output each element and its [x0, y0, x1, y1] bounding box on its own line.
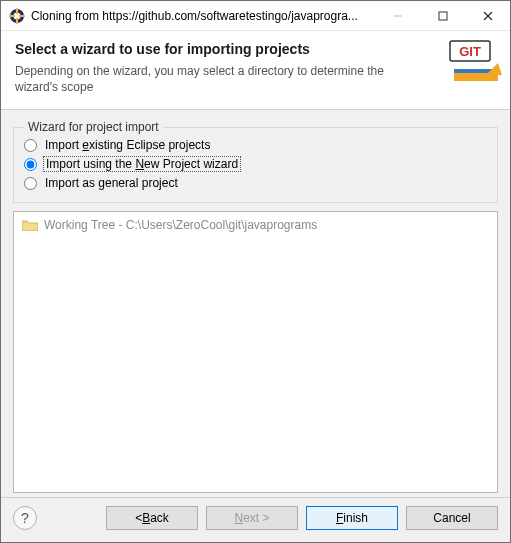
- svg-rect-2: [16, 8, 18, 14]
- radio-import-new-project-label: Import using the New Project wizard: [43, 156, 241, 172]
- next-button: Next >: [206, 506, 298, 530]
- radio-import-general-label: Import as general project: [43, 176, 180, 190]
- radio-import-existing-label: Import existing Eclipse projects: [43, 138, 212, 152]
- content-area: Wizard for project import Import existin…: [1, 110, 510, 497]
- tree-row-working-tree[interactable]: Working Tree - C:\Users\ZeroCool\git\jav…: [22, 218, 489, 232]
- wizard-subtext: Depending on the wizard, you may select …: [15, 63, 496, 95]
- back-button[interactable]: < Back: [106, 506, 198, 530]
- group-legend: Wizard for project import: [24, 120, 163, 134]
- svg-rect-3: [16, 18, 18, 24]
- cancel-button[interactable]: Cancel: [406, 506, 498, 530]
- git-banner-icon: GIT: [446, 39, 502, 91]
- help-button[interactable]: ?: [13, 506, 37, 530]
- finish-button[interactable]: Finish: [306, 506, 398, 530]
- maximize-button[interactable]: [420, 1, 465, 31]
- titlebar: Cloning from https://github.com/software…: [1, 1, 510, 31]
- app-icon: [9, 8, 25, 24]
- wizard-header: Select a wizard to use for importing pro…: [1, 31, 510, 110]
- git-banner-label: GIT: [459, 44, 481, 59]
- radio-import-existing-input[interactable]: [24, 139, 37, 152]
- wizard-heading: Select a wizard to use for importing pro…: [15, 41, 496, 57]
- svg-rect-4: [9, 15, 15, 17]
- wizard-import-group: Wizard for project import Import existin…: [13, 120, 498, 203]
- close-button[interactable]: [465, 1, 510, 31]
- dialog-window: Cloning from https://github.com/software…: [0, 0, 511, 543]
- folder-icon: [22, 219, 38, 231]
- minimize-button[interactable]: [375, 1, 420, 31]
- window-title: Cloning from https://github.com/software…: [31, 9, 375, 23]
- button-bar: ? < Back Next > Finish Cancel: [1, 497, 510, 542]
- svg-rect-5: [19, 15, 25, 17]
- radio-import-new-project-input[interactable]: [24, 158, 37, 171]
- radio-import-new-project[interactable]: Import using the New Project wizard: [24, 154, 487, 174]
- svg-rect-7: [439, 12, 447, 20]
- working-tree-pane[interactable]: Working Tree - C:\Users\ZeroCool\git\jav…: [13, 211, 498, 493]
- radio-import-existing[interactable]: Import existing Eclipse projects: [24, 136, 487, 154]
- radio-import-general-input[interactable]: [24, 177, 37, 190]
- help-icon: ?: [21, 510, 29, 526]
- tree-row-label: Working Tree - C:\Users\ZeroCool\git\jav…: [44, 218, 317, 232]
- radio-import-general[interactable]: Import as general project: [24, 174, 487, 192]
